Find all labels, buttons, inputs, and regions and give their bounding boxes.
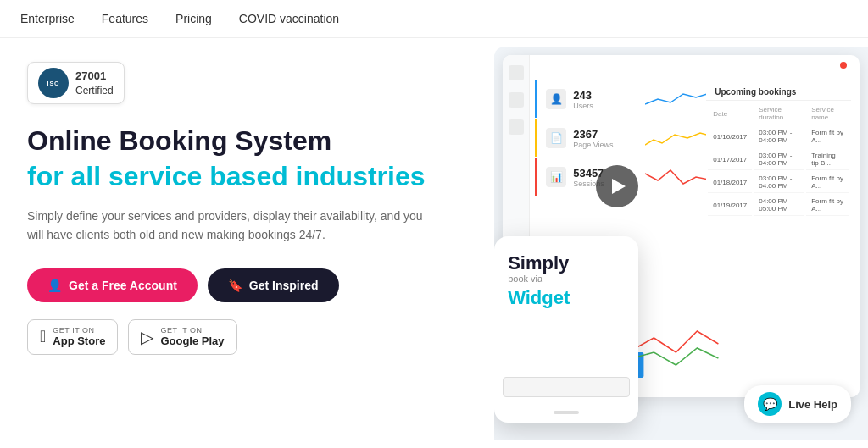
iso-badge: ISO 27001 Certified	[27, 62, 125, 104]
app-store-name: App Store	[53, 335, 105, 348]
live-help-label: Live Help	[788, 398, 837, 411]
chat-bubble-icon: 💬	[763, 397, 777, 411]
iso-logo: ISO	[38, 68, 69, 98]
store-badge-row:  GET IT ON App Store ▷ GET IT ON Google…	[27, 319, 450, 355]
app-store-get-it: GET IT ON	[53, 326, 105, 335]
col-service: Service name	[806, 102, 849, 124]
play-button[interactable]	[596, 165, 638, 207]
sidebar-icon-2	[509, 92, 524, 108]
left-content: ISO 27001 Certified Online Booking Syste…	[0, 38, 477, 440]
dashboard-mockup: 👤 243 Users 📄 2367	[494, 47, 868, 440]
stat-chart-sessions	[645, 165, 713, 189]
upcoming-bookings: Upcoming bookings Date Service duration …	[706, 80, 851, 218]
cta-button-row: 👤 Get a Free Account 🔖 Get Inspired	[27, 268, 450, 302]
widget-content: Simply book via Widget	[494, 236, 638, 326]
stat-number-users: 243	[573, 89, 638, 102]
iso-text: 27001 Certified	[75, 69, 114, 98]
table-row: 01/16/2017 03:00 PM - 04:00 PM Form fit …	[708, 126, 849, 147]
table-row: 01/17/2017 03:00 PM - 04:00 PM Training …	[708, 149, 849, 170]
nav-features[interactable]: Features	[102, 12, 148, 25]
sidebar-icon-1	[509, 65, 524, 80]
nav-covid[interactable]: COVID vaccination	[239, 12, 339, 25]
stat-chart-users	[645, 87, 713, 111]
play-store-get-it: GET IT ON	[160, 326, 224, 335]
table-row: 01/18/2017 03:00 PM - 04:00 PM Form fit …	[708, 172, 849, 193]
headline-main: Online Booking System	[27, 124, 450, 157]
nav-enterprise[interactable]: Enterprise	[20, 12, 75, 25]
navbar: Enterprise Features Pricing COVID vaccin…	[0, 0, 868, 38]
col-date: Date	[708, 102, 752, 124]
play-icon	[612, 179, 626, 194]
phone-home-bar	[554, 411, 579, 414]
notification-dot	[840, 62, 847, 69]
upcoming-bookings-title: Upcoming bookings	[706, 80, 851, 101]
stat-label-pageviews: Page Views	[573, 141, 638, 149]
get-inspired-button[interactable]: 🔖 Get Inspired	[208, 268, 339, 302]
main-layout: ISO 27001 Certified Online Booking Syste…	[0, 38, 868, 440]
live-help-button[interactable]: 💬 Live Help	[744, 385, 851, 423]
phone-card	[503, 377, 630, 397]
hero-subtext: Simply define your services and provider…	[27, 207, 434, 245]
bookmark-icon: 🔖	[228, 279, 242, 292]
stat-chart-pageviews	[645, 126, 713, 150]
apple-icon: 	[40, 327, 46, 346]
stat-icon-sessions: 📊	[546, 167, 566, 187]
android-icon: ▷	[141, 327, 153, 347]
stat-users: 👤 243 Users	[535, 80, 721, 118]
stat-icon-pageviews: 📄	[546, 128, 566, 148]
widget-phone-mockup: Simply book via Widget	[494, 236, 638, 423]
google-play-badge[interactable]: ▷ GET IT ON Google Play	[128, 319, 236, 355]
table-row: 01/19/2017 04:00 PM - 05:00 PM Form fit …	[708, 195, 849, 216]
stat-pageviews: 📄 2367 Page Views	[535, 119, 721, 157]
app-store-badge[interactable]:  GET IT ON App Store	[27, 319, 118, 355]
widget-simply-text: Simply	[508, 253, 625, 274]
stat-number-pageviews: 2367	[573, 128, 638, 141]
stat-label-users: Users	[573, 102, 638, 110]
chat-icon: 💬	[758, 392, 782, 416]
stat-icon-users: 👤	[546, 89, 566, 109]
headline-colored: for all service based industries	[27, 160, 450, 192]
widget-book-via-text: book via	[508, 274, 625, 284]
sidebar-icon-3	[509, 119, 524, 135]
user-icon: 👤	[47, 279, 62, 292]
widget-widget-text: Widget	[508, 287, 625, 309]
nav-pricing[interactable]: Pricing	[175, 12, 212, 25]
booking-table: Date Service duration Service name 01/16…	[706, 101, 851, 218]
play-store-name: Google Play	[160, 335, 224, 348]
right-content: 👤 243 Users 📄 2367	[477, 38, 868, 440]
get-free-account-button[interactable]: 👤 Get a Free Account	[27, 268, 198, 302]
col-duration: Service duration	[754, 102, 804, 124]
